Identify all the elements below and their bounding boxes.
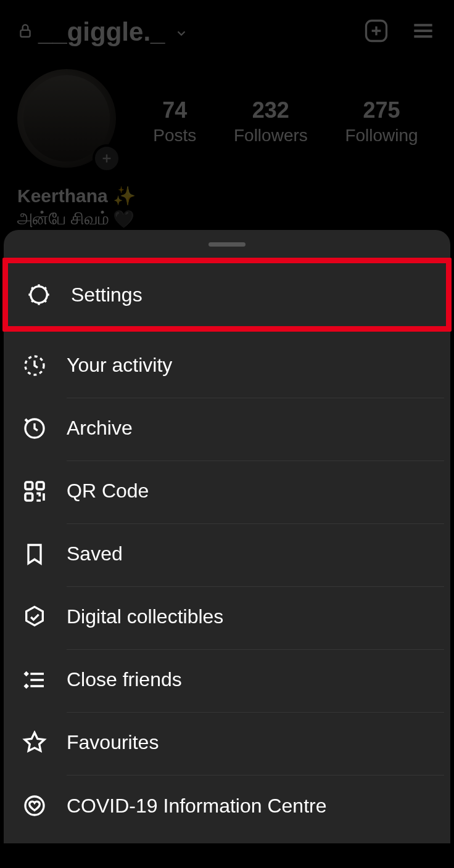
stat-followers[interactable]: 232 Followers: [234, 97, 308, 145]
menu-qr-code[interactable]: QR Code: [4, 460, 450, 523]
chevron-down-icon[interactable]: [170, 22, 188, 43]
menu-saved[interactable]: Saved: [4, 523, 450, 586]
svg-rect-7: [25, 493, 33, 501]
menu-close-friends[interactable]: Close friends: [4, 649, 450, 711]
lock-icon: [17, 23, 33, 41]
svg-rect-5: [25, 482, 33, 489]
bio-text: அன்பே சிவம்: [17, 209, 109, 229]
menu-label: Settings: [71, 263, 440, 327]
followers-label: Followers: [234, 126, 308, 145]
highlighted-menu-item: Settings: [2, 258, 452, 332]
menu-label: Archive: [67, 396, 444, 461]
menu-covid-info[interactable]: COVID-19 Information Centre: [4, 774, 450, 837]
menu-your-activity[interactable]: Your activity: [4, 334, 450, 397]
followers-count: 232: [234, 97, 308, 123]
profile-bio: Keerthana ✨ அன்பே சிவம் 🖤: [0, 174, 454, 229]
menu-label: Saved: [67, 522, 444, 587]
sparkle-icon: ✨: [113, 185, 136, 207]
create-post-button[interactable]: [363, 17, 390, 47]
avatar[interactable]: [17, 69, 122, 174]
menu-button[interactable]: [410, 17, 437, 47]
svg-point-2: [31, 287, 47, 303]
menu-favourites[interactable]: Favourites: [4, 711, 450, 774]
sheet-grabber[interactable]: [208, 242, 246, 247]
menu-label: QR Code: [67, 459, 444, 524]
menu-label: Your activity: [67, 333, 444, 398]
menu-label: COVID-19 Information Centre: [67, 774, 444, 838]
heart-circle-icon: [21, 792, 48, 819]
menu-label: Close friends: [67, 647, 444, 713]
following-label: Following: [345, 126, 418, 145]
stat-following[interactable]: 275 Following: [345, 97, 418, 145]
bottom-sheet-menu: Settings Your activity Archive QR Code S…: [4, 230, 450, 843]
menu-label: Digital collectibles: [67, 584, 444, 650]
svg-rect-0: [20, 30, 30, 37]
archive-icon: [21, 415, 48, 442]
hexagon-check-icon: [21, 604, 48, 631]
activity-icon: [21, 352, 48, 379]
username-switcher[interactable]: __giggle._: [38, 17, 165, 47]
heart-icon: 🖤: [113, 209, 134, 229]
close-friends-icon: [21, 666, 48, 694]
profile-stats-row: 74 Posts 232 Followers 275 Following: [0, 54, 454, 174]
display-name: Keerthana: [17, 186, 108, 207]
bookmark-icon: [21, 541, 48, 568]
profile-header: __giggle._: [0, 0, 454, 54]
star-icon: [21, 729, 48, 756]
menu-settings[interactable]: Settings: [8, 263, 446, 326]
svg-rect-6: [36, 482, 44, 489]
qr-code-icon: [21, 478, 48, 505]
add-story-button[interactable]: [93, 144, 121, 173]
gear-icon: [25, 281, 52, 308]
menu-label: Favourites: [67, 710, 444, 776]
menu-archive[interactable]: Archive: [4, 397, 450, 460]
menu-digital-collectibles[interactable]: Digital collectibles: [4, 586, 450, 649]
posts-count: 74: [153, 97, 196, 123]
stat-posts[interactable]: 74 Posts: [153, 97, 196, 145]
svg-point-8: [25, 796, 44, 815]
posts-label: Posts: [153, 126, 196, 145]
following-count: 275: [345, 97, 418, 123]
